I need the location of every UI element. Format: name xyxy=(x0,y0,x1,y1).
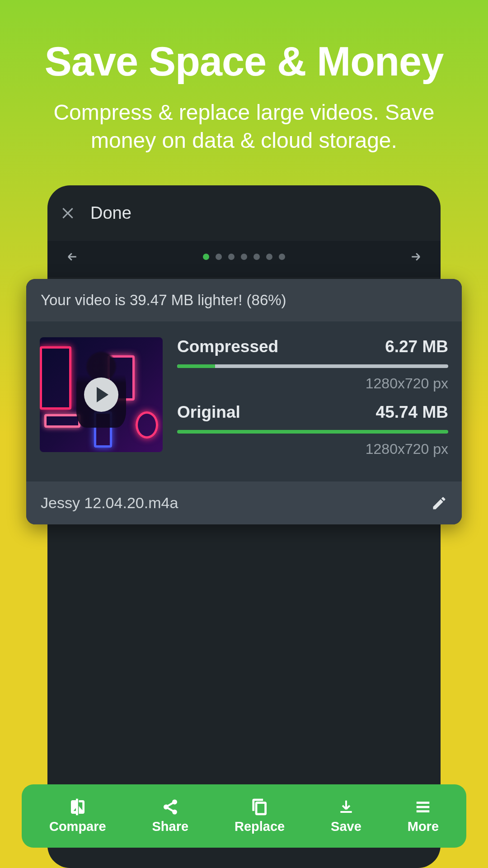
pagination-dot[interactable] xyxy=(216,254,222,260)
compare-icon xyxy=(69,798,86,816)
compressed-progress-fill xyxy=(177,364,215,368)
pagination-dot[interactable] xyxy=(203,254,209,260)
original-progress xyxy=(177,430,448,434)
compare-button[interactable]: Compare xyxy=(49,798,106,834)
compression-summary: Your video is 39.47 MB lighter! (86%) xyxy=(26,279,462,321)
share-label: Share xyxy=(152,819,189,834)
compressed-resolution: 1280x720 px xyxy=(177,375,448,392)
close-icon[interactable] xyxy=(61,207,75,220)
save-button[interactable]: Save xyxy=(331,798,361,834)
stats-column: Compressed 6.27 MB 1280x720 px Original … xyxy=(177,337,448,466)
original-progress-fill xyxy=(177,430,448,434)
play-icon[interactable] xyxy=(84,377,118,412)
filename: Jessy 12.04.20.m4a xyxy=(41,494,178,512)
bottom-action-bar: Compare Share Replace Save More xyxy=(22,784,466,848)
done-label: Done xyxy=(90,203,131,223)
hero-title: Save Space & Money xyxy=(0,0,488,85)
arrow-left-icon[interactable] xyxy=(66,250,79,264)
compressed-label: Compressed xyxy=(177,337,278,356)
pagination-dot[interactable] xyxy=(266,254,272,260)
save-icon xyxy=(338,798,355,816)
video-thumbnail[interactable] xyxy=(40,337,163,452)
pagination-dot[interactable] xyxy=(279,254,285,260)
phone-header: Done xyxy=(47,185,441,241)
compressed-row: Compressed 6.27 MB xyxy=(177,337,448,356)
result-card: Your video is 39.47 MB lighter! (86%) Co… xyxy=(26,279,462,524)
hero-subtitle: Compress & replace large videos. Save mo… xyxy=(0,85,488,155)
compare-label: Compare xyxy=(49,819,106,834)
pagination xyxy=(47,241,441,277)
pagination-dot[interactable] xyxy=(253,254,260,260)
original-size: 45.74 MB xyxy=(376,403,448,422)
pagination-dots xyxy=(203,254,285,260)
more-button[interactable]: More xyxy=(408,798,439,834)
more-icon xyxy=(414,798,432,816)
filename-row: Jessy 12.04.20.m4a xyxy=(26,481,462,524)
original-row: Original 45.74 MB xyxy=(177,403,448,422)
original-resolution: 1280x720 px xyxy=(177,441,448,458)
compressed-progress xyxy=(177,364,448,368)
compressed-size: 6.27 MB xyxy=(385,337,448,356)
pagination-dot[interactable] xyxy=(228,254,235,260)
more-label: More xyxy=(408,819,439,834)
replace-icon xyxy=(251,798,268,816)
edit-icon[interactable] xyxy=(431,495,447,511)
replace-button[interactable]: Replace xyxy=(235,798,285,834)
share-button[interactable]: Share xyxy=(152,798,189,834)
original-label: Original xyxy=(177,403,240,422)
save-label: Save xyxy=(331,819,361,834)
pagination-dot[interactable] xyxy=(241,254,247,260)
arrow-right-icon[interactable] xyxy=(409,250,422,264)
replace-label: Replace xyxy=(235,819,285,834)
result-body: Compressed 6.27 MB 1280x720 px Original … xyxy=(26,321,462,481)
share-icon xyxy=(162,798,179,816)
